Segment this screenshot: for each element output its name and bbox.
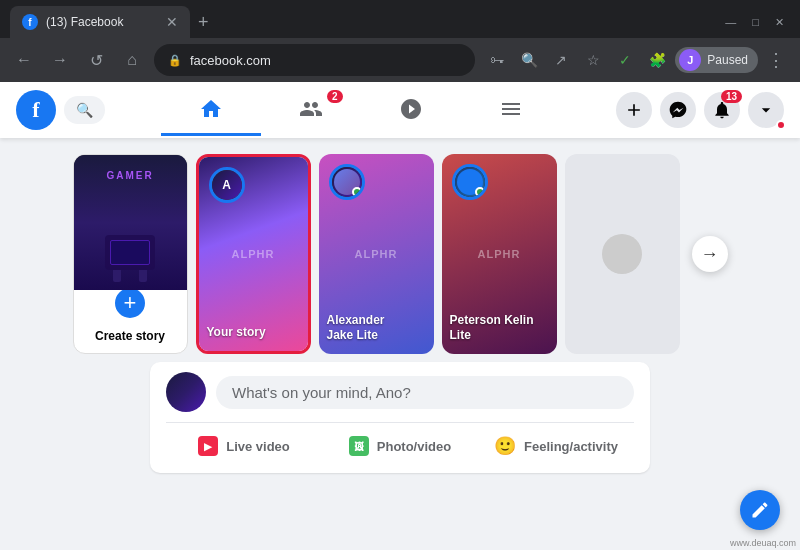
facebook-app: f 🔍 2 <box>0 82 800 550</box>
notifications-badge: 13 <box>721 90 742 103</box>
fb-logo: f <box>16 90 56 130</box>
post-actions: ▶ Live video 🖼 Photo/video 🙂 Feeling/act… <box>166 422 634 463</box>
key-icon[interactable]: 🗝 <box>483 46 511 74</box>
post-input-row: What's on your mind, Ano? <box>166 372 634 412</box>
share-icon[interactable]: ↗ <box>547 46 575 74</box>
puzzle-icon[interactable]: 🧩 <box>643 46 671 74</box>
menu-icon[interactable]: ⋮ <box>762 46 790 74</box>
browser-chrome: f (13) Facebook ✕ + — □ ✕ ← → ↺ ⌂ 🔒 face… <box>0 0 800 82</box>
new-tab-button[interactable]: + <box>198 12 209 33</box>
home-button[interactable]: ⌂ <box>118 46 146 74</box>
profile-status: Paused <box>707 53 748 67</box>
feeling-label: Feeling/activity <box>524 439 618 454</box>
your-story-watermark: ALPHR <box>232 248 275 260</box>
your-avatar-img: A <box>212 170 242 200</box>
close-window-button[interactable]: ✕ <box>769 14 790 31</box>
story-1-watermark: ALPHR <box>355 248 398 260</box>
create-story-card[interactable]: GAMER + Create story <box>73 154 188 354</box>
reload-button[interactable]: ↺ <box>82 46 110 74</box>
tab-favicon: f <box>22 14 38 30</box>
photo-video-icon: 🖼 <box>349 436 369 456</box>
live-video-label: Live video <box>226 439 290 454</box>
create-story-bottom: + Create story <box>74 290 187 354</box>
window-controls: — □ ✕ <box>719 14 790 31</box>
story-card-3[interactable] <box>565 154 680 354</box>
active-tab[interactable]: f (13) Facebook ✕ <box>10 6 190 38</box>
fb-header: f 🔍 2 <box>0 82 800 138</box>
watch-icon <box>399 97 423 121</box>
messenger-button[interactable] <box>660 92 696 128</box>
story-2-online-dot <box>475 187 485 197</box>
create-story-image: GAMER <box>74 155 187 290</box>
account-dot <box>776 120 786 130</box>
notifications-button[interactable]: 13 <box>704 92 740 128</box>
post-section: What's on your mind, Ano? ▶ Live video 🖼… <box>0 362 800 473</box>
story-card-1[interactable]: ALPHR AlexanderJake Lite <box>319 154 434 354</box>
url-box[interactable]: 🔒 facebook.com <box>154 44 475 76</box>
stories-container: GAMER + Create story <box>73 154 728 354</box>
story-2-name: Peterson KelinLite <box>450 313 549 344</box>
gamer-figure <box>105 235 155 270</box>
tab-close-button[interactable]: ✕ <box>166 14 178 30</box>
story-2-watermark: ALPHR <box>478 248 521 260</box>
gamer-text: GAMER <box>106 170 153 181</box>
friends-icon <box>299 97 323 121</box>
story-1-avatar <box>329 164 365 200</box>
story-1-online-dot <box>352 187 362 197</box>
story-1-name: AlexanderJake Lite <box>327 313 426 344</box>
menu-grid-icon <box>499 97 523 121</box>
search-icon[interactable]: 🔍 <box>515 46 543 74</box>
friend-requests-badge: 2 <box>327 90 343 103</box>
fb-search-box[interactable]: 🔍 <box>64 96 105 124</box>
check-icon[interactable]: ✓ <box>611 46 639 74</box>
nav-home[interactable] <box>161 84 261 136</box>
post-avatar <box>166 372 206 412</box>
stories-next-button[interactable]: → <box>692 236 728 272</box>
edit-icon <box>750 500 770 520</box>
tab-site-name: Facebook <box>71 15 124 29</box>
tab-count: (13) <box>46 15 67 29</box>
compose-button[interactable] <box>740 490 780 530</box>
profile-avatar: J <box>679 49 701 71</box>
url-text: facebook.com <box>190 53 271 68</box>
story-card-2[interactable]: ALPHR Peterson KelinLite <box>442 154 557 354</box>
create-button[interactable] <box>616 92 652 128</box>
watermark: www.deuaq.com <box>730 538 796 548</box>
chevron-down-icon <box>756 100 776 120</box>
stories-section: GAMER + Create story <box>0 138 800 362</box>
messenger-icon <box>668 100 688 120</box>
address-bar: ← → ↺ ⌂ 🔒 facebook.com 🗝 🔍 ↗ ☆ ✓ 🧩 J Pau… <box>0 38 800 82</box>
nav-watch[interactable] <box>361 84 461 136</box>
forward-button[interactable]: → <box>46 46 74 74</box>
feeling-icon: 🙂 <box>494 435 516 457</box>
fb-search-icon: 🔍 <box>76 102 93 118</box>
feeling-button[interactable]: 🙂 Feeling/activity <box>478 429 634 463</box>
nav-friends[interactable]: 2 <box>261 84 361 136</box>
bookmark-icon[interactable]: ☆ <box>579 46 607 74</box>
live-video-button[interactable]: ▶ Live video <box>166 430 322 462</box>
fb-nav: 2 <box>105 84 616 136</box>
story-3-avatar-placeholder <box>602 234 642 274</box>
browser-toolbar-icons: 🗝 🔍 ↗ ☆ ✓ 🧩 J Paused ⋮ <box>483 46 790 74</box>
home-icon <box>199 97 223 121</box>
your-story-avatar: A <box>209 167 245 203</box>
photo-video-button[interactable]: 🖼 Photo/video <box>322 430 478 462</box>
your-story-name: Your story <box>207 325 300 341</box>
story-2-avatar <box>452 164 488 200</box>
tab-title: (13) Facebook <box>46 15 158 29</box>
lock-icon: 🔒 <box>168 54 182 67</box>
fb-right-icons: 13 <box>616 92 784 128</box>
profile-chip[interactable]: J Paused <box>675 47 758 73</box>
photo-video-label: Photo/video <box>377 439 451 454</box>
bell-icon <box>712 100 732 120</box>
minimize-button[interactable]: — <box>719 14 742 31</box>
create-story-label: Create story <box>95 329 165 343</box>
tab-bar: f (13) Facebook ✕ + — □ ✕ <box>0 0 800 38</box>
your-story-card[interactable]: A ALPHR Your story <box>196 154 311 354</box>
nav-menu[interactable] <box>461 84 561 136</box>
post-input[interactable]: What's on your mind, Ano? <box>216 376 634 409</box>
account-button[interactable] <box>748 92 784 128</box>
back-button[interactable]: ← <box>10 46 38 74</box>
maximize-button[interactable]: □ <box>746 14 765 31</box>
live-video-icon: ▶ <box>198 436 218 456</box>
